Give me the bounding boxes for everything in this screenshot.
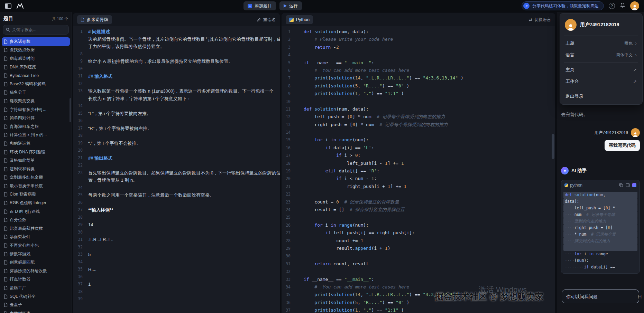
run-label: 运行 <box>289 3 298 9</box>
chat-user-avatar <box>631 128 640 137</box>
assistant-message-tail: 去完善代码。 <box>561 112 640 118</box>
sidebar-item[interactable]: 最小替换子串长度 <box>2 182 70 190</box>
code-line: 33if __name__ == "__main__": <box>282 276 555 283</box>
user-menu-items: 主题暗色›语言简体中文›主页↗工作台↗退出登录 <box>560 37 642 102</box>
chat-input[interactable] <box>566 294 635 299</box>
sidebar-item[interactable]: 百 D 的飞行路线 <box>2 207 70 216</box>
run-button[interactable]: 运行 <box>279 1 302 10</box>
sidebar-item[interactable]: DNA 序列还原 <box>2 63 70 72</box>
problem-line: 17“R”，第 i 个字符将要被向右推。 <box>73 125 280 132</box>
sidebar-item[interactable]: 穿越沙漠的补给次数 <box>2 267 70 275</box>
sidebar-item-label: 大数对距离 <box>10 311 30 313</box>
problem-text: “L”，第 i 个字符将要被向左推。 <box>88 110 151 117</box>
code-card-actions <box>619 183 636 187</box>
chat-bottom-pad <box>561 303 640 313</box>
line-number: 27 <box>73 206 88 214</box>
code-card-header: python <box>561 180 640 190</box>
code-line: 9 print(solution(1, ".") == "1:1" ) <box>282 90 555 97</box>
notification-bell-icon[interactable] <box>620 2 625 9</box>
sidebar-item[interactable]: 创意标题匹配 <box>2 258 70 267</box>
help-icon[interactable]: ? <box>609 3 615 9</box>
sidebar-item[interactable]: 字符串有多少种可... <box>2 105 70 114</box>
sidebar-item[interactable]: 不再贪心的小包 <box>2 241 70 250</box>
chat-input-box[interactable] <box>562 290 639 303</box>
sidebar-item-label: 计算位置 x 到 y 的... <box>10 132 47 138</box>
line-number: 16 <box>282 144 295 152</box>
sidebar-item[interactable]: SQL 代码补全 <box>2 292 70 301</box>
app-logo-icon[interactable] <box>16 3 24 9</box>
sidebar-scrollbar[interactable] <box>70 98 71 122</box>
problem-text: 每两个数之间用一个空格隔开，注意最后一个数后面没有空格。 <box>88 191 214 199</box>
doc-icon <box>4 65 8 69</box>
sidebar-item[interactable]: 猫鱼分干 <box>2 88 70 97</box>
problem-line: 1# 问题描述 <box>73 28 280 36</box>
apply-code-icon[interactable] <box>632 183 636 187</box>
code-line: 11def solution(num, data): <box>282 105 555 113</box>
rename-button[interactable]: 重命名 <box>257 17 276 23</box>
menu-item-workbench[interactable]: 工作台↗ <box>560 76 642 87</box>
problem-line: 371 <box>73 281 280 288</box>
language-tab[interactable]: Python <box>286 15 313 24</box>
doc-icon <box>4 277 8 282</box>
doc-icon <box>4 48 8 52</box>
sidebar-item[interactable]: 大数对距离 <box>2 309 70 313</box>
ai-assistant-icon <box>561 167 569 174</box>
code-line: 27 if left_push[i] == right_push[i]: <box>282 229 555 237</box>
sidebar-item[interactable]: RGB 色值转 Integer <box>2 199 70 207</box>
chat-user-name: 用户74912182019 <box>595 130 628 136</box>
sidebar-item[interactable]: 百分位数 <box>2 216 70 224</box>
card-code-line: data): <box>563 198 637 205</box>
menu-item-home[interactable]: 主页↗ <box>560 64 642 76</box>
swap-icon: ⇄ <box>529 17 532 22</box>
menu-item-language[interactable]: 语言简体中文› <box>560 49 642 61</box>
problem-text: .L.R...LR..L.. <box>88 236 113 244</box>
sidebar-item[interactable]: 环状 DNA 序列整理 <box>2 148 70 156</box>
problem-tab[interactable]: 多米诺骨牌 <box>77 15 112 24</box>
problem-line: 34 <box>73 258 280 266</box>
sidebar-item[interactable]: 多米诺骨牌 <box>2 37 70 46</box>
sidebar-item[interactable]: 及格如此简单 <box>2 156 70 165</box>
menu-item-theme[interactable]: 主题暗色› <box>560 37 642 49</box>
add-problem-button[interactable]: + 添加题目 <box>243 1 276 10</box>
sidebar-item[interactable]: 进制求和转换 <box>2 165 70 173</box>
sidebar-item[interactable]: 青海湖租车之旅 <box>2 122 70 131</box>
sidebar-item[interactable]: Cion 勒索病毒 <box>2 190 70 199</box>
sidebar-item[interactable]: 猜数字游戏 <box>2 250 70 258</box>
line-number: 30 <box>282 252 295 260</box>
copy-icon[interactable] <box>619 183 623 187</box>
promo-banner[interactable]: ↗ 分享代码练习体验，领限量定制周边 <box>522 1 604 10</box>
sidebar-toggle-icon[interactable] <box>5 3 11 9</box>
sidebar-item[interactable]: 暴雨梨花针 <box>2 233 70 241</box>
sidebar-item[interactable]: 链表聚集交换 <box>2 97 70 105</box>
menu-item-logout[interactable]: 退出登录 <box>560 91 642 102</box>
sidebar-item-label: 叠盘子 <box>10 302 22 308</box>
menu-item-label: 语言 <box>565 52 574 58</box>
user-avatar[interactable] <box>630 1 639 10</box>
search-input[interactable] <box>12 27 66 32</box>
sidebar-item[interactable]: 和的逆运算 <box>2 139 70 148</box>
sidebar-item[interactable]: 查找热点数据 <box>2 46 70 55</box>
sidebar-item[interactable]: Bytedance Tree <box>2 71 70 80</box>
menu-divider <box>564 62 638 63</box>
problem-text: # 问题描述 <box>88 28 110 36</box>
switch-language-button[interactable]: ⇄ 切换语言 <box>529 17 551 23</box>
search-box[interactable] <box>3 25 69 35</box>
assistant-title: AI 助手 <box>571 168 587 174</box>
editor-body[interactable]: 1def solution(num, data):2 # Please writ… <box>282 26 555 313</box>
problem-text: **输入样例** <box>88 206 113 214</box>
sidebar-item[interactable]: 计算位置 x 到 y 的... <box>2 131 70 140</box>
sidebar-item[interactable]: 简单四则计算 <box>2 114 70 122</box>
problem-body[interactable]: 1# 问题描述边的相邻骨牌推倒。当一个骨牌，其左边倒向它的骨牌数目与其右边倒向它… <box>73 26 280 313</box>
sidebar-item[interactable]: 拿到最多红包金额 <box>2 173 70 182</box>
editor-scrollbar[interactable] <box>552 134 554 159</box>
sidebar-item[interactable]: 叠盘子 <box>2 301 70 309</box>
sidebar-item[interactable]: 比赛最高获胜次数 <box>2 224 70 233</box>
problem-line: 15“L”，第 i 个字符将要被向左推。 <box>73 110 280 117</box>
insert-icon[interactable] <box>626 183 630 187</box>
sidebar-item[interactable]: 蛋糕工厂 <box>2 284 70 292</box>
sidebar-item[interactable]: 打点计数器 <box>2 275 70 284</box>
sidebar-item[interactable]: Base32 编码和解码 <box>2 80 70 88</box>
line-number: 38 <box>73 288 88 296</box>
card-code-line: ····牌受到的向右的推力 <box>563 238 637 244</box>
sidebar-item[interactable]: 病毒感染时间 <box>2 54 70 63</box>
